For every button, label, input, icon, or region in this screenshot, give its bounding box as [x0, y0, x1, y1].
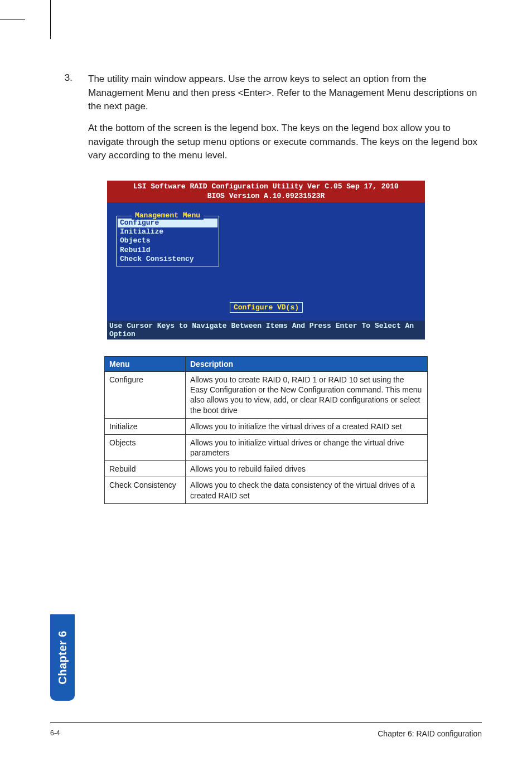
document-page: 3. The utility main window appears. Use … [0, 0, 532, 776]
menu-item-rebuild[interactable]: Rebuild [118, 246, 217, 255]
management-menu-items: Configure Initialize Objects Rebuild Che… [117, 216, 219, 266]
table-cell-desc: Allows you to initialize the virtual dri… [186, 418, 428, 434]
table-header-row: Menu Description [105, 356, 428, 371]
chapter-footer-title: Chapter 6: RAID configuration [378, 729, 482, 738]
bios-body: Management Menu Configure Initialize Obj… [107, 202, 425, 321]
table-row: Configure Allows you to create RAID 0, R… [105, 371, 428, 418]
crop-mark-horizontal [0, 20, 25, 20]
page-footer: 6-4 Chapter 6: RAID configuration [50, 729, 482, 738]
table-cell-menu: Rebuild [105, 461, 186, 477]
table-cell-menu: Check Consistency [105, 477, 186, 503]
table-cell-desc: Allows you to rebuild failed drives [186, 461, 428, 477]
crop-mark-vertical [50, 0, 51, 39]
page-number: 6-4 [50, 729, 60, 738]
table-row: Check Consistency Allows you to check th… [105, 477, 428, 503]
bios-title-line2: BIOS Version A.10.09231523R [109, 191, 423, 201]
table-row: Initialize Allows you to initialize the … [105, 418, 428, 434]
step-body: The utility main window appears. Use the… [88, 72, 482, 171]
bios-screenshot: LSI Software RAID Configuration Utility … [107, 181, 425, 340]
step-paragraph-1: The utility main window appears. Use the… [88, 72, 482, 114]
menu-description-table: Menu Description Configure Allows you to… [104, 356, 428, 504]
menu-item-initialize[interactable]: Initialize [118, 227, 217, 236]
table-cell-menu: Initialize [105, 418, 186, 434]
menu-item-objects[interactable]: Objects [118, 236, 217, 245]
management-menu-title: Management Menu [132, 211, 204, 220]
chapter-tab-label: Chapter 6 [56, 630, 69, 685]
table-cell-desc: Allows you to create RAID 0, RAID 1 or R… [186, 371, 428, 418]
menu-item-check-consistency[interactable]: Check Consistency [118, 255, 217, 264]
table-cell-menu: Configure [105, 371, 186, 418]
menu-item-configure[interactable]: Configure [118, 219, 217, 227]
table-body: Configure Allows you to create RAID 0, R… [105, 371, 428, 503]
footer-divider [50, 722, 482, 723]
instruction-step: 3. The utility main window appears. Use … [50, 72, 482, 171]
table-cell-desc: Allows you to check the data consistency… [186, 477, 428, 503]
step-paragraph-2: At the bottom of the screen is the legen… [88, 122, 482, 163]
table-row: Objects Allows you to initialize virtual… [105, 434, 428, 460]
table-row: Rebuild Allows you to rebuild failed dri… [105, 461, 428, 477]
step-number: 3. [50, 72, 72, 171]
table-cell-desc: Allows you to initialize virtual drives … [186, 434, 428, 460]
table-header-description: Description [186, 356, 428, 371]
bios-title-line1: LSI Software RAID Configuration Utility … [109, 182, 423, 192]
bios-header: LSI Software RAID Configuration Utility … [107, 181, 425, 202]
management-menu-box: Management Menu Configure Initialize Obj… [116, 216, 219, 266]
table-cell-menu: Objects [105, 434, 186, 460]
chapter-side-tab: Chapter 6 [50, 614, 75, 701]
table-header-menu: Menu [105, 356, 186, 371]
bios-legend-bar: Use Cursor Keys to Navigate Between Item… [107, 321, 425, 340]
configure-vd-text: Configure VD(s) [234, 303, 299, 312]
management-menu-title-wrap: Management Menu [123, 211, 212, 220]
configure-vd-hint: Configure VD(s) [230, 302, 303, 313]
